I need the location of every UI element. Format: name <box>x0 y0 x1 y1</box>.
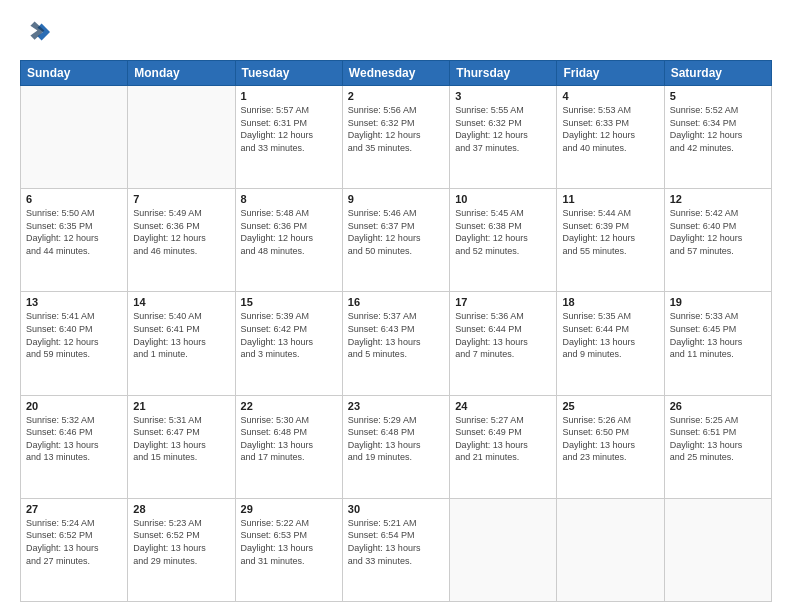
calendar-week-2: 6Sunrise: 5:50 AM Sunset: 6:35 PM Daylig… <box>21 189 772 292</box>
day-number: 23 <box>348 400 444 412</box>
calendar-cell <box>664 498 771 601</box>
day-info: Sunrise: 5:45 AM Sunset: 6:38 PM Dayligh… <box>455 207 551 257</box>
calendar-cell: 15Sunrise: 5:39 AM Sunset: 6:42 PM Dayli… <box>235 292 342 395</box>
day-number: 26 <box>670 400 766 412</box>
day-number: 3 <box>455 90 551 102</box>
day-number: 22 <box>241 400 337 412</box>
day-number: 30 <box>348 503 444 515</box>
day-number: 2 <box>348 90 444 102</box>
day-number: 18 <box>562 296 658 308</box>
calendar-cell <box>450 498 557 601</box>
day-info: Sunrise: 5:42 AM Sunset: 6:40 PM Dayligh… <box>670 207 766 257</box>
calendar-cell: 24Sunrise: 5:27 AM Sunset: 6:49 PM Dayli… <box>450 395 557 498</box>
day-info: Sunrise: 5:26 AM Sunset: 6:50 PM Dayligh… <box>562 414 658 464</box>
day-number: 12 <box>670 193 766 205</box>
calendar-cell: 30Sunrise: 5:21 AM Sunset: 6:54 PM Dayli… <box>342 498 449 601</box>
calendar-cell: 22Sunrise: 5:30 AM Sunset: 6:48 PM Dayli… <box>235 395 342 498</box>
calendar-cell: 29Sunrise: 5:22 AM Sunset: 6:53 PM Dayli… <box>235 498 342 601</box>
day-info: Sunrise: 5:49 AM Sunset: 6:36 PM Dayligh… <box>133 207 229 257</box>
day-number: 10 <box>455 193 551 205</box>
calendar-cell: 20Sunrise: 5:32 AM Sunset: 6:46 PM Dayli… <box>21 395 128 498</box>
calendar-header-sunday: Sunday <box>21 61 128 86</box>
calendar-cell: 18Sunrise: 5:35 AM Sunset: 6:44 PM Dayli… <box>557 292 664 395</box>
day-info: Sunrise: 5:32 AM Sunset: 6:46 PM Dayligh… <box>26 414 122 464</box>
calendar-header-friday: Friday <box>557 61 664 86</box>
calendar-cell: 16Sunrise: 5:37 AM Sunset: 6:43 PM Dayli… <box>342 292 449 395</box>
calendar-week-5: 27Sunrise: 5:24 AM Sunset: 6:52 PM Dayli… <box>21 498 772 601</box>
day-info: Sunrise: 5:33 AM Sunset: 6:45 PM Dayligh… <box>670 310 766 360</box>
day-number: 11 <box>562 193 658 205</box>
page: SundayMondayTuesdayWednesdayThursdayFrid… <box>0 0 792 612</box>
day-number: 17 <box>455 296 551 308</box>
day-info: Sunrise: 5:41 AM Sunset: 6:40 PM Dayligh… <box>26 310 122 360</box>
calendar-cell: 3Sunrise: 5:55 AM Sunset: 6:32 PM Daylig… <box>450 86 557 189</box>
calendar-cell: 8Sunrise: 5:48 AM Sunset: 6:36 PM Daylig… <box>235 189 342 292</box>
calendar-cell: 1Sunrise: 5:57 AM Sunset: 6:31 PM Daylig… <box>235 86 342 189</box>
calendar: SundayMondayTuesdayWednesdayThursdayFrid… <box>20 60 772 602</box>
logo <box>20 18 50 50</box>
day-number: 20 <box>26 400 122 412</box>
calendar-cell: 7Sunrise: 5:49 AM Sunset: 6:36 PM Daylig… <box>128 189 235 292</box>
calendar-cell: 23Sunrise: 5:29 AM Sunset: 6:48 PM Dayli… <box>342 395 449 498</box>
day-info: Sunrise: 5:23 AM Sunset: 6:52 PM Dayligh… <box>133 517 229 567</box>
day-number: 16 <box>348 296 444 308</box>
day-info: Sunrise: 5:29 AM Sunset: 6:48 PM Dayligh… <box>348 414 444 464</box>
calendar-cell <box>557 498 664 601</box>
calendar-cell: 21Sunrise: 5:31 AM Sunset: 6:47 PM Dayli… <box>128 395 235 498</box>
logo-icon <box>22 18 50 46</box>
calendar-cell: 4Sunrise: 5:53 AM Sunset: 6:33 PM Daylig… <box>557 86 664 189</box>
day-info: Sunrise: 5:40 AM Sunset: 6:41 PM Dayligh… <box>133 310 229 360</box>
calendar-header-tuesday: Tuesday <box>235 61 342 86</box>
calendar-cell: 17Sunrise: 5:36 AM Sunset: 6:44 PM Dayli… <box>450 292 557 395</box>
calendar-cell <box>21 86 128 189</box>
day-number: 8 <box>241 193 337 205</box>
day-number: 13 <box>26 296 122 308</box>
day-number: 19 <box>670 296 766 308</box>
calendar-cell: 5Sunrise: 5:52 AM Sunset: 6:34 PM Daylig… <box>664 86 771 189</box>
day-number: 5 <box>670 90 766 102</box>
day-number: 28 <box>133 503 229 515</box>
day-info: Sunrise: 5:25 AM Sunset: 6:51 PM Dayligh… <box>670 414 766 464</box>
calendar-cell: 11Sunrise: 5:44 AM Sunset: 6:39 PM Dayli… <box>557 189 664 292</box>
day-info: Sunrise: 5:30 AM Sunset: 6:48 PM Dayligh… <box>241 414 337 464</box>
day-number: 14 <box>133 296 229 308</box>
calendar-cell: 2Sunrise: 5:56 AM Sunset: 6:32 PM Daylig… <box>342 86 449 189</box>
day-number: 27 <box>26 503 122 515</box>
calendar-cell: 27Sunrise: 5:24 AM Sunset: 6:52 PM Dayli… <box>21 498 128 601</box>
calendar-cell <box>128 86 235 189</box>
day-info: Sunrise: 5:48 AM Sunset: 6:36 PM Dayligh… <box>241 207 337 257</box>
calendar-cell: 12Sunrise: 5:42 AM Sunset: 6:40 PM Dayli… <box>664 189 771 292</box>
day-info: Sunrise: 5:31 AM Sunset: 6:47 PM Dayligh… <box>133 414 229 464</box>
calendar-header-wednesday: Wednesday <box>342 61 449 86</box>
day-info: Sunrise: 5:50 AM Sunset: 6:35 PM Dayligh… <box>26 207 122 257</box>
day-number: 21 <box>133 400 229 412</box>
day-info: Sunrise: 5:24 AM Sunset: 6:52 PM Dayligh… <box>26 517 122 567</box>
calendar-week-4: 20Sunrise: 5:32 AM Sunset: 6:46 PM Dayli… <box>21 395 772 498</box>
day-info: Sunrise: 5:55 AM Sunset: 6:32 PM Dayligh… <box>455 104 551 154</box>
calendar-cell: 26Sunrise: 5:25 AM Sunset: 6:51 PM Dayli… <box>664 395 771 498</box>
calendar-header-thursday: Thursday <box>450 61 557 86</box>
day-number: 24 <box>455 400 551 412</box>
calendar-week-1: 1Sunrise: 5:57 AM Sunset: 6:31 PM Daylig… <box>21 86 772 189</box>
calendar-cell: 6Sunrise: 5:50 AM Sunset: 6:35 PM Daylig… <box>21 189 128 292</box>
day-info: Sunrise: 5:56 AM Sunset: 6:32 PM Dayligh… <box>348 104 444 154</box>
day-info: Sunrise: 5:37 AM Sunset: 6:43 PM Dayligh… <box>348 310 444 360</box>
day-info: Sunrise: 5:36 AM Sunset: 6:44 PM Dayligh… <box>455 310 551 360</box>
day-info: Sunrise: 5:53 AM Sunset: 6:33 PM Dayligh… <box>562 104 658 154</box>
day-number: 7 <box>133 193 229 205</box>
calendar-week-3: 13Sunrise: 5:41 AM Sunset: 6:40 PM Dayli… <box>21 292 772 395</box>
day-info: Sunrise: 5:52 AM Sunset: 6:34 PM Dayligh… <box>670 104 766 154</box>
day-number: 9 <box>348 193 444 205</box>
calendar-cell: 9Sunrise: 5:46 AM Sunset: 6:37 PM Daylig… <box>342 189 449 292</box>
day-info: Sunrise: 5:22 AM Sunset: 6:53 PM Dayligh… <box>241 517 337 567</box>
day-number: 29 <box>241 503 337 515</box>
calendar-cell: 25Sunrise: 5:26 AM Sunset: 6:50 PM Dayli… <box>557 395 664 498</box>
calendar-cell: 14Sunrise: 5:40 AM Sunset: 6:41 PM Dayli… <box>128 292 235 395</box>
day-number: 6 <box>26 193 122 205</box>
day-info: Sunrise: 5:46 AM Sunset: 6:37 PM Dayligh… <box>348 207 444 257</box>
day-info: Sunrise: 5:39 AM Sunset: 6:42 PM Dayligh… <box>241 310 337 360</box>
day-number: 15 <box>241 296 337 308</box>
day-info: Sunrise: 5:44 AM Sunset: 6:39 PM Dayligh… <box>562 207 658 257</box>
calendar-cell: 28Sunrise: 5:23 AM Sunset: 6:52 PM Dayli… <box>128 498 235 601</box>
calendar-cell: 13Sunrise: 5:41 AM Sunset: 6:40 PM Dayli… <box>21 292 128 395</box>
